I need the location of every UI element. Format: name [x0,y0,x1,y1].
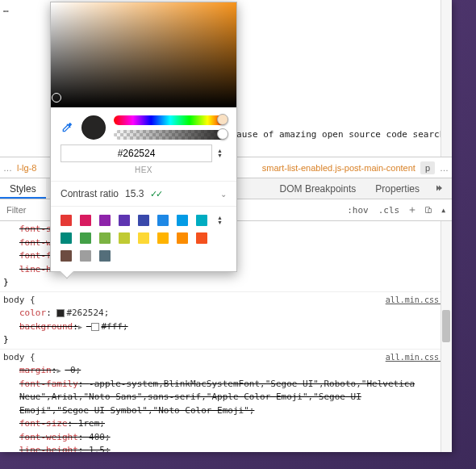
palette-switch-icon[interactable]: ▲▼ [217,216,227,225]
palette-swatch[interactable] [99,232,111,244]
palette-swatch[interactable] [177,215,188,226]
color-palette: ▲▼ [51,206,236,271]
alpha-slider[interactable] [114,130,227,140]
palette-swatch[interactable] [99,250,111,262]
device-toolbar-icon[interactable] [422,203,435,216]
hex-label: HEX [51,165,236,181]
contrast-pass-icon: ✓✓ [150,189,161,199]
palette-swatch[interactable] [80,232,91,244]
saturation-area[interactable] [51,2,236,107]
tab-styles[interactable]: Styles [0,178,46,199]
palette-swatch[interactable] [61,232,72,244]
color-picker: ▲▼ HEX Contrast ratio 15.3 ✓✓ ⌄ ▲▼ [50,2,237,272]
contrast-row[interactable]: Contrast ratio 15.3 ✓✓ ⌄ [51,181,236,206]
palette-swatch[interactable] [196,215,207,226]
style-rule[interactable]: all.min.css:1 body { color: #262524; bac… [0,292,452,350]
color-swatch[interactable] [91,323,99,331]
hov-toggle[interactable]: :hov [344,203,372,217]
palette-swatch[interactable] [177,232,188,244]
breadcrumb-item-selected[interactable]: p [420,161,435,174]
current-color-swatch [81,115,106,140]
breadcrumb-overflow-left[interactable]: … [3,163,12,173]
chevron-down-icon[interactable]: ⌄ [220,190,227,199]
format-toggle-icon[interactable]: ▲▼ [217,149,227,158]
style-rule[interactable]: all.min.css:1 body { margin:▶ 0; font-fa… [0,350,452,453]
overflow-menu-icon[interactable]: … [3,3,10,17]
palette-swatch[interactable] [157,232,169,244]
palette-swatch[interactable] [80,215,91,226]
palette-swatch[interactable] [61,215,72,226]
breadcrumb-item[interactable]: l-lg-8 [17,163,36,173]
palette-swatch[interactable] [138,232,149,244]
breadcrumb-item[interactable]: smart-list-enabled.js-post-main-content [262,163,415,173]
hue-slider[interactable] [114,115,227,125]
tab-properties[interactable]: Properties [365,178,429,199]
eyedropper-icon[interactable] [61,121,73,134]
saturation-cursor[interactable] [52,93,61,103]
scroll-up-icon[interactable]: ▲ [438,205,449,216]
elements-scrollbar[interactable] [441,0,452,157]
new-style-rule-icon[interactable] [406,203,419,216]
cls-toggle[interactable]: .cls [375,203,403,217]
palette-swatch[interactable] [138,215,149,226]
palette-swatch[interactable] [119,215,130,226]
devtools-window: … ▶<P></P> == ¢0 <p> Cloudsmith exists b… [0,0,452,452]
styles-scrollbar[interactable] [441,221,452,452]
svg-rect-1 [428,209,431,213]
source-link[interactable]: all.min.css:1 [386,351,449,363]
alpha-thumb[interactable] [217,128,228,140]
source-link[interactable]: all.min.css:1 [386,294,449,306]
color-swatch[interactable] [56,309,65,317]
palette-swatch[interactable] [61,250,72,262]
tab-dom-breakpoints[interactable]: DOM Breakpoints [270,178,366,199]
hex-input[interactable] [61,144,212,162]
palette-swatch[interactable] [80,250,91,262]
palette-swatch[interactable] [99,215,111,226]
palette-swatch[interactable] [157,215,169,226]
filter-input[interactable] [3,203,44,217]
tabs-overflow-icon[interactable] [429,178,452,199]
palette-swatch[interactable] [119,232,130,244]
breadcrumb-overflow-right[interactable]: … [440,163,449,173]
palette-swatch[interactable] [196,232,207,244]
hue-thumb[interactable] [217,114,228,125]
